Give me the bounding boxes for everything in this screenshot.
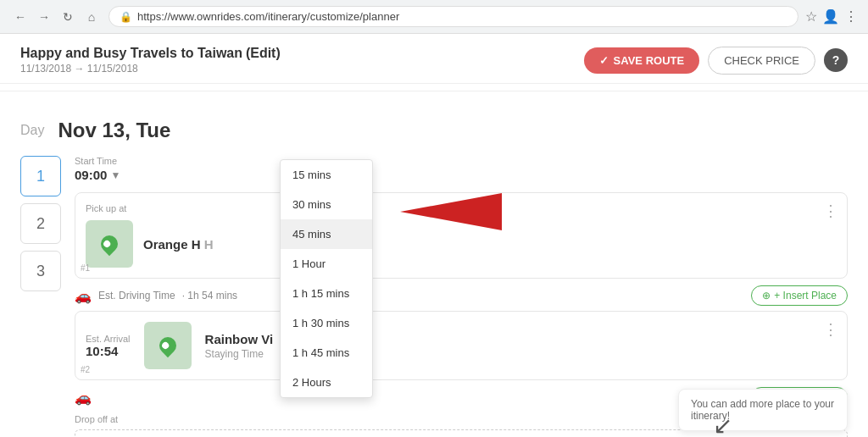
insert-place-button-1[interactable]: ⊕ + Insert Place (751, 285, 848, 306)
driving-time-label: Est. Driving Time (98, 290, 175, 301)
place1-name-suffix: H (204, 237, 214, 252)
tooltip-bubble: You can add more place to your itinerary… (678, 389, 848, 431)
staying-time-dropdown[interactable]: 15 mins 30 mins 45 mins 1 Hour 1 h 15 mi… (280, 159, 373, 398)
trip-title: Happy and Busy Travels to Taiwan (20, 46, 242, 60)
bookmark-button[interactable]: ☆ (805, 8, 817, 25)
reload-button[interactable]: ↻ (58, 7, 78, 27)
place1-menu-icon[interactable]: ⋮ (823, 202, 838, 220)
place1-number: #1 (81, 263, 90, 273)
browser-action-buttons: ☆ 👤 ⋮ (805, 8, 858, 25)
help-button[interactable]: ? (824, 48, 848, 72)
place2-time-col: Est. Arrival 10:54 (86, 334, 131, 358)
place1-pin-icon (97, 232, 121, 256)
place2-pin-icon (155, 334, 179, 357)
insert-plus-icon: ⊕ (762, 290, 771, 301)
day-number-2[interactable]: 2 (20, 203, 61, 244)
place-card-2: Est. Arrival 10:54 Rainbow Vi Staying Ti… (75, 311, 848, 380)
browser-chrome: ← → ↻ ⌂ 🔒 https://www.ownrides.com/itine… (0, 0, 868, 34)
more-button[interactable]: ⋮ (844, 8, 858, 25)
day-number-1[interactable]: 1 (20, 156, 61, 196)
dropdown-item-5[interactable]: 1 h 30 mins (281, 308, 372, 338)
trip-title-row: Happy and Busy Travels to Taiwan (Edit) (20, 46, 281, 61)
back-button[interactable]: ← (10, 7, 31, 27)
arrival-label: Est. Arrival (86, 334, 131, 344)
start-time-row: Start Time 09:00 ▼ (75, 156, 848, 182)
page-header: Happy and Busy Travels to Taiwan (Edit) … (0, 34, 868, 84)
start-time-chevron: ▼ (110, 169, 120, 181)
save-route-button[interactable]: ✓ SAVE ROUTE (584, 47, 700, 74)
page-content: Happy and Busy Travels to Taiwan (Edit) … (0, 34, 868, 437)
dropdown-item-0[interactable]: 15 mins (281, 160, 372, 190)
day-label: Day (20, 123, 44, 138)
tooltip-curve-arrow: ↙ (713, 412, 732, 437)
car-icon-2: 🚗 (75, 390, 92, 406)
header-actions: ✓ SAVE ROUTE CHECK PRICE ? (584, 47, 848, 75)
trip-dates: 11/13/2018 → 11/15/2018 (20, 63, 281, 75)
dropdown-scroll: 15 mins 30 mins 45 mins 1 Hour 1 h 15 mi… (281, 160, 372, 397)
dropdown-item-1[interactable]: 30 mins (281, 190, 372, 219)
red-arrow-indicator (383, 193, 502, 233)
place2-info: Rainbow Vi Staying Time (205, 332, 274, 360)
day-numbers-sidebar: 1 2 3 (20, 156, 61, 437)
driving-time-row: 🚗 Est. Driving Time · 1h 54 mins ⊕ + Ins… (75, 285, 848, 306)
profile-button[interactable]: 👤 (822, 8, 839, 25)
nav-buttons: ← → ↻ ⌂ (10, 7, 102, 27)
header-divider (0, 91, 868, 91)
day-header: Day Nov 13, Tue (20, 119, 848, 142)
arrival-time: 10:54 (86, 344, 131, 358)
start-time-label: Start Time (75, 156, 848, 166)
dropdown-item-3[interactable]: 1 Hour (281, 249, 372, 279)
place2-row: Est. Arrival 10:54 Rainbow Vi Staying Ti… (86, 322, 837, 369)
check-price-button[interactable]: CHECK PRICE (708, 47, 815, 75)
dropdown-item-4[interactable]: 1 h 15 mins (281, 279, 372, 308)
place2-name: Rainbow Vi (205, 332, 274, 346)
url-text: https://www.ownrides.com/itinerary/custo… (137, 10, 399, 23)
trip-info: Happy and Busy Travels to Taiwan (Edit) … (20, 46, 281, 75)
day-date: Nov 13, Tue (58, 119, 170, 142)
place2-staying-label: Staying Time (205, 348, 274, 360)
car-icon: 🚗 (75, 288, 92, 304)
place2-menu-icon[interactable]: ⋮ (823, 320, 838, 339)
dropdown-item-7[interactable]: 2 Hours (281, 368, 372, 397)
start-time-value: 09:00 (75, 168, 107, 182)
edit-link[interactable]: (Edit) (246, 46, 281, 60)
place1-thumbnail (86, 220, 133, 268)
dropdown-item-2[interactable]: 45 mins (281, 219, 372, 249)
day-number-3[interactable]: 3 (20, 251, 61, 291)
place1-name: Orange H H (143, 237, 214, 252)
start-time-select[interactable]: 09:00 ▼ (75, 168, 848, 182)
forward-button[interactable]: → (34, 7, 54, 27)
address-bar[interactable]: 🔒 https://www.ownrides.com/itinerary/cus… (108, 6, 798, 27)
home-button[interactable]: ⌂ (81, 7, 102, 27)
lock-icon: 🔒 (120, 11, 132, 23)
save-checkmark-icon: ✓ (599, 54, 609, 67)
place1-info: Orange H H (143, 237, 214, 252)
place2-number: #2 (81, 365, 90, 374)
main-content: Day Nov 13, Tue 1 2 3 Start Time 09:00 ▼ (0, 102, 868, 437)
svg-marker-0 (400, 193, 502, 230)
driving-time-value: · 1h 54 mins (182, 290, 237, 301)
place2-thumbnail (144, 322, 192, 369)
dropdown-item-6[interactable]: 1 h 45 mins (281, 338, 372, 368)
